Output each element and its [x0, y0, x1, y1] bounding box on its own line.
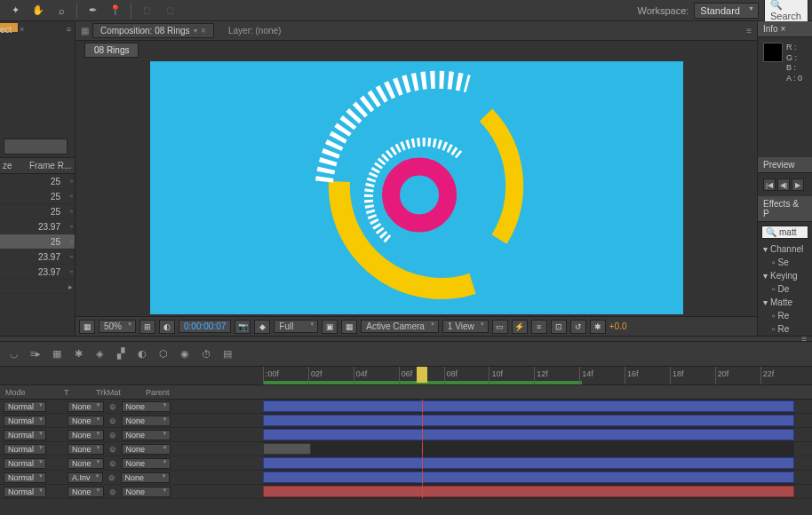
project-row[interactable]: 23.97▫ [0, 219, 75, 234]
blend-mode-dropdown[interactable]: Normal [4, 401, 46, 412]
color-mgmt-icon[interactable]: ✱ [590, 320, 606, 334]
selection-tool-icon[interactable]: ✦ [6, 2, 24, 20]
first-frame-icon[interactable]: |◀ [763, 178, 776, 191]
mag-ratio-button[interactable]: ▦ [79, 320, 95, 334]
hand-tool-icon[interactable]: ✋ [29, 2, 47, 20]
brush-tool-icon[interactable]: ◻ [138, 2, 155, 20]
effect-item[interactable]: ▫Re [758, 309, 812, 322]
layer-duration-bar[interactable] [263, 429, 794, 440]
project-row[interactable]: 25▫ [0, 189, 75, 204]
channel-icon[interactable]: ◆ [254, 320, 270, 334]
grid-button[interactable]: ⊞ [139, 320, 155, 334]
layer-row[interactable]: NormalNone⊚None [0, 414, 812, 428]
pixel-ar-icon[interactable]: ▭ [492, 320, 508, 334]
parent-dropdown[interactable]: None [121, 472, 170, 483]
adjustment-icon[interactable]: ◐ [133, 345, 151, 363]
trkmat-dropdown[interactable]: None [68, 444, 104, 455]
blend-mode-dropdown[interactable]: Normal [4, 444, 46, 455]
effect-item[interactable]: ▫Se [758, 256, 812, 269]
layer-row[interactable]: NormalNone⊚None [0, 442, 812, 456]
pen-tool-icon[interactable]: ✒ [84, 2, 101, 20]
composition-tab[interactable]: Composition: 08 Rings ▼ × [92, 23, 214, 38]
composition-viewer[interactable] [150, 61, 683, 314]
layer-duration-bar[interactable] [263, 415, 794, 426]
project-row[interactable]: 25▫ [0, 234, 75, 250]
parent-dropdown[interactable]: None [122, 416, 171, 426]
effects-panel-header[interactable]: Effects & P [758, 196, 812, 222]
current-time[interactable]: 0:00:00:07 [179, 320, 231, 333]
frame-blend-icon[interactable]: ▦ [48, 345, 66, 363]
prev-frame-icon[interactable]: ◀| [777, 178, 790, 191]
trkmat-dropdown[interactable]: None [68, 487, 104, 497]
camera-dropdown[interactable]: Active Camera [361, 320, 439, 333]
layer-duration-bar[interactable] [263, 400, 794, 412]
layer-tab[interactable]: Layer: (none) [228, 26, 281, 36]
parent-dropdown[interactable]: None [122, 458, 171, 469]
trkmat-dropdown[interactable]: A.Inv [68, 472, 103, 483]
workspace-dropdown[interactable]: Standard [694, 3, 759, 19]
project-row[interactable]: 25▫ [0, 174, 75, 189]
layer-duration-bar[interactable] [263, 443, 311, 455]
brainstorm-icon[interactable]: ◈ [91, 345, 108, 363]
layer-row[interactable]: NormalNone⊚None [0, 400, 812, 414]
blend-mode-dropdown[interactable]: Normal [4, 430, 46, 440]
effects-category[interactable]: ▾Channel [758, 242, 812, 256]
layer-row[interactable]: NormalNone⊚None [0, 485, 812, 499]
pickwhip-icon[interactable]: ⊚ [107, 487, 118, 496]
trkmat-dropdown[interactable]: None [68, 401, 104, 412]
view-dropdown[interactable]: 1 View [442, 320, 489, 333]
motion-blur-icon[interactable]: ✱ [69, 345, 87, 363]
pin-tool-icon[interactable]: 📍 [107, 2, 124, 20]
pickwhip-icon[interactable]: ⊚ [107, 431, 118, 440]
pickwhip-icon[interactable]: ⊚ [107, 416, 118, 425]
preview-panel-header[interactable]: Preview [758, 157, 812, 173]
mask-button[interactable]: ◐ [159, 320, 175, 334]
roi-button[interactable]: ▣ [322, 320, 338, 334]
effects-category[interactable]: ▾Matte [758, 296, 812, 309]
blend-mode-dropdown[interactable]: Normal [4, 416, 46, 426]
layer-row[interactable]: NormalNone⊚None [0, 456, 812, 471]
layer-row[interactable]: NormalA.Inv⊚None [0, 471, 812, 485]
blend-mode-dropdown[interactable]: Normal [4, 487, 46, 497]
info-panel-header[interactable]: Info × [758, 21, 812, 37]
panel-menu-icon[interactable]: ≡ [801, 334, 807, 344]
layer-row[interactable]: NormalNone⊚None [0, 428, 812, 442]
parent-dropdown[interactable]: None [122, 487, 171, 497]
fast-preview-icon[interactable]: ⚡ [512, 320, 528, 334]
layer-icon[interactable]: ▦ [81, 26, 89, 36]
pickwhip-icon[interactable]: ⊚ [107, 402, 118, 411]
panel-menu-icon[interactable]: ≡ [746, 26, 752, 36]
parent-dropdown[interactable]: None [122, 444, 171, 455]
graph-icon[interactable]: ▞ [112, 345, 130, 363]
effects-category[interactable]: ▾Keying [758, 269, 812, 282]
stopwatch-icon[interactable]: ⏱ [197, 345, 215, 363]
transparency-grid-icon[interactable]: ▦ [341, 320, 357, 334]
project-row[interactable]: 25▫ [0, 204, 75, 219]
help-search-input[interactable]: 🔍 Search [764, 0, 808, 24]
layer-duration-bar[interactable] [263, 471, 794, 483]
layer-duration-bar[interactable] [263, 486, 794, 497]
pickwhip-icon[interactable]: ⊚ [107, 445, 118, 454]
project-row[interactable]: 23.97▫ [0, 265, 75, 280]
pickwhip-icon[interactable]: ⊚ [107, 459, 118, 468]
flowchart-icon[interactable]: ⊡ [551, 320, 567, 334]
effect-item[interactable]: ▫De [758, 282, 812, 296]
close-tab-icon[interactable]: × [20, 25, 24, 34]
ray-trace-icon[interactable]: ◉ [176, 345, 194, 363]
blend-mode-dropdown[interactable]: Normal [4, 458, 46, 469]
clone-tool-icon[interactable]: ◻ [161, 2, 179, 20]
zoom-dropdown[interactable]: 50% [99, 320, 136, 333]
shy-icon[interactable]: ◡ [5, 345, 23, 363]
3d-icon[interactable]: ⬡ [155, 345, 172, 363]
layer-duration-bar[interactable] [263, 457, 794, 469]
resolution-dropdown[interactable]: Full [274, 320, 318, 333]
reset-exposure-icon[interactable]: ↺ [570, 320, 586, 334]
exposure-value[interactable]: +0.0 [609, 321, 627, 331]
timeline-icon[interactable]: ≡ [531, 320, 547, 334]
parent-dropdown[interactable]: None [122, 430, 171, 440]
project-search-input[interactable] [4, 139, 68, 154]
snapshot-icon[interactable]: 📷 [235, 320, 251, 334]
zoom-tool-icon[interactable]: ⌕ [52, 2, 70, 20]
panel-menu-icon[interactable]: ≡ [67, 25, 71, 34]
collapse-icon[interactable]: ≡▸ [27, 345, 44, 363]
